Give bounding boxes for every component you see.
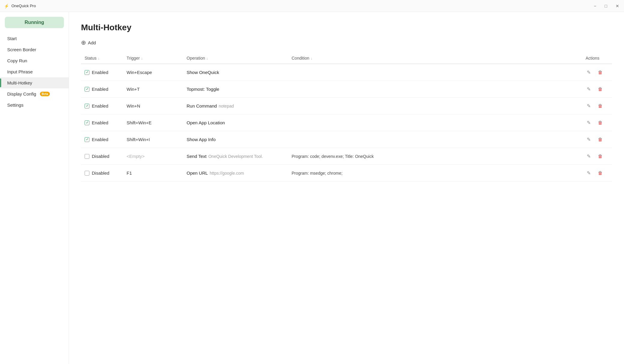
table-row: EnabledShift+Win+IShow App Info✎🗑: [81, 131, 612, 148]
condition-cell-6: Program: code; devenv.exe; Title: OneQui…: [288, 148, 582, 165]
row-checkbox-6[interactable]: [85, 154, 89, 159]
status-label-6: Disabled: [92, 154, 109, 159]
trigger-value: Shift+Win+E: [127, 120, 152, 125]
status-cell-5: Enabled: [81, 131, 123, 148]
table-row: EnabledWin+TTopmost: Toggle✎🗑: [81, 81, 612, 98]
hotkey-table: Status↓Trigger↓Operation↓Condition↓Actio…: [81, 53, 612, 182]
minimize-button[interactable]: −: [592, 3, 597, 9]
row-checkbox-3[interactable]: [85, 104, 89, 108]
edit-button-4[interactable]: ✎: [586, 119, 592, 127]
status-label-3: Enabled: [92, 103, 108, 108]
row-checkbox-1[interactable]: [85, 70, 89, 75]
page-title: Multi-Hotkey: [81, 23, 612, 32]
operation-detail: notepad: [219, 104, 234, 108]
edit-icon: ✎: [587, 170, 591, 176]
delete-icon: 🗑: [598, 70, 603, 75]
sidebar-item-multi-hotkey[interactable]: Multi-Hotkey: [0, 77, 69, 88]
sidebar-item-start[interactable]: Start: [0, 33, 69, 44]
edit-icon: ✎: [587, 70, 591, 75]
status-cell-2: Enabled: [81, 81, 123, 98]
sidebar-item-label: Screen Border: [7, 47, 36, 52]
edit-button-7[interactable]: ✎: [586, 169, 592, 177]
titlebar: ⚡ OneQuick Pro − □ ✕: [0, 0, 624, 12]
row-checkbox-2[interactable]: [85, 87, 89, 92]
row-checkbox-7[interactable]: [85, 171, 89, 176]
edit-button-5[interactable]: ✎: [586, 135, 592, 144]
sidebar-item-display-config[interactable]: Display ConfigBeta: [0, 88, 69, 99]
sidebar-item-input-phrase[interactable]: Input Phrase: [0, 66, 69, 77]
trigger-cell-1: Win+Escape: [123, 64, 183, 81]
status-cell-1: Enabled: [81, 64, 123, 81]
edit-button-3[interactable]: ✎: [586, 102, 592, 110]
condition-cell-1: [288, 64, 582, 81]
status-cell-6: Disabled: [81, 148, 123, 165]
col-header-actions: Actions: [582, 53, 612, 64]
table-row: DisabledF1Open URLhttps://google.comProg…: [81, 165, 612, 182]
status-cell-7: Disabled: [81, 165, 123, 182]
status-label-2: Enabled: [92, 87, 108, 92]
col-header-status[interactable]: Status↓: [81, 53, 123, 64]
row-checkbox-5[interactable]: [85, 137, 89, 142]
operation-cell-1: Show OneQuick: [183, 64, 288, 81]
operation-cell-5: Show App Info: [183, 131, 288, 148]
delete-button-3[interactable]: 🗑: [597, 102, 604, 110]
edit-button-2[interactable]: ✎: [586, 85, 592, 93]
delete-icon: 🗑: [598, 154, 603, 159]
condition-cell-4: [288, 114, 582, 131]
sidebar-item-settings[interactable]: Settings: [0, 99, 69, 111]
delete-button-5[interactable]: 🗑: [597, 136, 604, 144]
app-body: Running StartScreen BorderCopy RunInput …: [0, 12, 624, 364]
edit-icon: ✎: [587, 103, 591, 109]
actions-cell-7: ✎🗑: [582, 165, 612, 182]
close-button[interactable]: ✕: [614, 3, 620, 9]
window-controls: − □ ✕: [592, 3, 620, 9]
operation-label: Run Command: [187, 103, 217, 108]
sidebar-item-label: Copy Run: [7, 58, 27, 63]
sidebar-running-status[interactable]: Running: [5, 17, 64, 28]
trigger-value: F1: [127, 170, 132, 176]
sidebar-item-screen-border[interactable]: Screen Border: [0, 44, 69, 55]
actions-cell-2: ✎🗑: [582, 81, 612, 98]
app-icon: ⚡: [4, 3, 9, 9]
edit-button-6[interactable]: ✎: [586, 152, 592, 160]
status-label-1: Enabled: [92, 70, 108, 75]
trigger-cell-3: Win+N: [123, 98, 183, 114]
status-cell-4: Enabled: [81, 114, 123, 131]
delete-button-6[interactable]: 🗑: [597, 152, 604, 160]
row-checkbox-4[interactable]: [85, 120, 89, 125]
delete-icon: 🗑: [598, 87, 603, 92]
table-row: EnabledShift+Win+EOpen App Location✎🗑: [81, 114, 612, 131]
trigger-cell-4: Shift+Win+E: [123, 114, 183, 131]
add-button[interactable]: ⊕ Add: [81, 38, 96, 47]
delete-button-2[interactable]: 🗑: [597, 85, 604, 93]
delete-icon: 🗑: [598, 170, 603, 176]
operation-label: Send Text: [187, 154, 206, 159]
status-label-7: Disabled: [92, 170, 109, 176]
condition-cell-5: [288, 131, 582, 148]
condition-cell-2: [288, 81, 582, 98]
sidebar-item-copy-run[interactable]: Copy Run: [0, 55, 69, 66]
sort-arrow-status: ↓: [98, 56, 100, 61]
col-header-operation[interactable]: Operation↓: [183, 53, 288, 64]
delete-button-4[interactable]: 🗑: [597, 119, 604, 127]
sidebar-item-label: Input Phrase: [7, 69, 33, 74]
operation-cell-4: Open App Location: [183, 114, 288, 131]
delete-button-7[interactable]: 🗑: [597, 169, 604, 177]
maximize-button[interactable]: □: [604, 3, 608, 9]
edit-button-1[interactable]: ✎: [586, 68, 592, 76]
actions-cell-3: ✎🗑: [582, 98, 612, 114]
sidebar-item-label: Display Config: [7, 91, 36, 96]
sort-arrow-trigger: ↓: [141, 56, 143, 61]
table-header: Status↓Trigger↓Operation↓Condition↓Actio…: [81, 53, 612, 64]
operation-label: Show OneQuick: [187, 70, 219, 75]
edit-icon: ✎: [587, 86, 591, 92]
add-button-label: Add: [88, 40, 96, 45]
col-header-condition[interactable]: Condition↓: [288, 53, 582, 64]
trigger-value: Win+N: [127, 103, 140, 108]
table-row: EnabledWin+NRun Commandnotepad✎🗑: [81, 98, 612, 114]
col-header-trigger[interactable]: Trigger↓: [123, 53, 183, 64]
operation-cell-7: Open URLhttps://google.com: [183, 165, 288, 182]
delete-icon: 🗑: [598, 137, 603, 142]
trigger-cell-7: F1: [123, 165, 183, 182]
delete-button-1[interactable]: 🗑: [597, 69, 604, 76]
